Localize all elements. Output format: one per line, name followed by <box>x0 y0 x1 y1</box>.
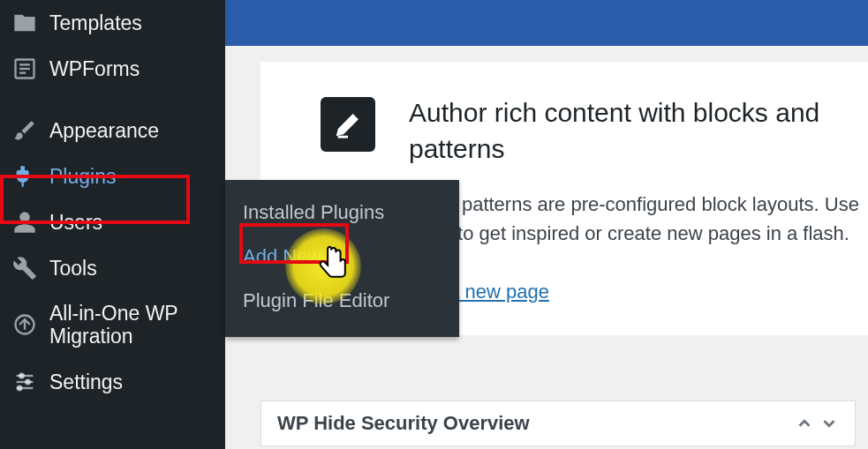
overview-title: WP Hide Security Overview <box>277 412 530 435</box>
svg-point-9 <box>26 380 30 385</box>
svg-point-10 <box>18 386 22 391</box>
svg-point-8 <box>19 374 24 378</box>
sidebar-item-label: Templates <box>49 11 142 34</box>
sidebar-item-label: Plugins <box>49 165 116 188</box>
sliders-icon <box>12 370 37 394</box>
sidebar-item-label: All-in-One WP Migration <box>49 302 213 348</box>
migration-icon <box>12 312 37 337</box>
sidebar-item-migration[interactable]: All-in-One WP Migration <box>0 291 225 359</box>
admin-sidebar: Templates WPForms Appearance Plugins Us <box>0 0 225 449</box>
submenu-add-new[interactable]: Add New <box>243 235 459 279</box>
sidebar-item-settings[interactable]: Settings <box>0 359 225 405</box>
plug-icon <box>12 164 37 189</box>
sidebar-item-wpforms[interactable]: WPForms <box>0 46 225 92</box>
patterns-body-text: Block patterns are pre-configured block … <box>409 193 859 244</box>
chevron-down-icon[interactable] <box>819 414 839 433</box>
sidebar-item-users[interactable]: Users <box>0 199 225 245</box>
sidebar-item-label: Tools <box>49 257 97 280</box>
form-icon <box>12 56 37 81</box>
chevron-up-icon[interactable] <box>795 414 814 433</box>
sidebar-item-label: Settings <box>49 370 123 393</box>
sidebar-item-appearance[interactable]: Appearance <box>0 108 225 153</box>
sidebar-item-templates[interactable]: Templates <box>0 0 225 46</box>
top-banner <box>225 0 868 46</box>
brush-icon <box>12 118 37 143</box>
sidebar-item-label: Appearance <box>49 119 159 142</box>
plugins-submenu: Installed Plugins Add New Plugin File Ed… <box>225 180 459 337</box>
folder-icon <box>12 11 37 35</box>
sidebar-item-label: Users <box>49 211 102 234</box>
sidebar-item-label: WPForms <box>49 57 140 80</box>
panel-controls <box>795 414 839 433</box>
sidebar-item-tools[interactable]: Tools <box>0 245 225 291</box>
overview-card[interactable]: WP Hide Security Overview <box>260 400 856 446</box>
patterns-body: Block patterns are pre-configured block … <box>409 190 868 306</box>
submenu-plugin-file-editor[interactable]: Plugin File Editor <box>243 279 459 323</box>
sidebar-item-plugins[interactable]: Plugins <box>0 153 225 199</box>
wrench-icon <box>12 256 37 281</box>
user-icon <box>12 210 37 235</box>
patterns-title: Author rich content with blocks and patt… <box>409 95 868 167</box>
edit-tile <box>321 97 375 152</box>
submenu-installed-plugins[interactable]: Installed Plugins <box>243 191 459 235</box>
